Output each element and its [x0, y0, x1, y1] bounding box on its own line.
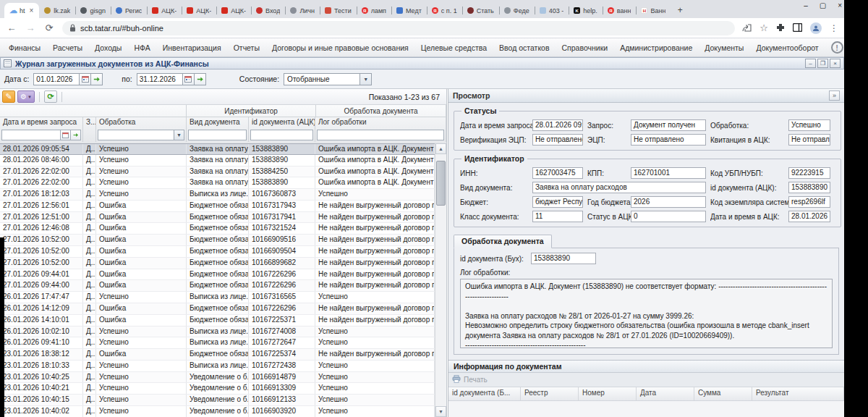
collapse-panel-icon[interactable]: » — [829, 90, 840, 101]
grid-scrollbar[interactable]: ▲ ▼ — [435, 143, 446, 417]
settings-gear-icon[interactable]: ⚙▼ — [17, 90, 35, 103]
print-button[interactable]: Печать — [452, 375, 488, 384]
address-bar[interactable]: scb.tatar.ru/#buh-online — [62, 21, 735, 35]
table-row[interactable]: 27.01.2026 22:02:00Д...УспешноЗаявка на … — [0, 177, 435, 189]
menu-item-7[interactable]: Целевые средства — [421, 43, 487, 52]
browser-tab-5[interactable]: АЦК- — [182, 3, 216, 18]
browser-tab-10[interactable]: Яламп — [357, 3, 391, 18]
table-row[interactable]: 23.01.2026 10:40:25Д...УспешноУведомлени… — [0, 372, 435, 384]
log-filter-input[interactable] — [317, 130, 444, 140]
back-icon[interactable]: ← — [6, 22, 17, 33]
menu-item-3[interactable]: НФА — [134, 43, 150, 52]
close-window-icon[interactable]: × — [838, 1, 842, 9]
browser-tab-1[interactable]: lk.zak — [39, 3, 75, 18]
browser-tab-14[interactable]: Феде — [499, 3, 535, 18]
table-row[interactable]: 27.01.2026 12:51:00Д...ОшибкаБюджетное о… — [0, 212, 435, 224]
menu-item-2[interactable]: Доходы — [95, 43, 122, 52]
table-row[interactable]: 27.01.2026 10:52:00Д...ОшибкаБюджетное о… — [0, 246, 435, 258]
browser-tab-2[interactable]: gisgn — [75, 3, 111, 18]
bookmark-star-icon[interactable]: ☆ — [760, 22, 768, 33]
doc-info-column-0[interactable]: id документа (Б... — [448, 387, 521, 400]
status-field-value[interactable]: 28.01.2026 09: — [532, 119, 583, 131]
doc-info-column-4[interactable]: Сумма — [694, 387, 752, 400]
browser-tab-9[interactable]: Тести — [320, 3, 357, 18]
table-row[interactable]: 27.01.2026 22:02:00Д...УспешноЗаявка на … — [0, 167, 435, 178]
table-row[interactable]: 26.01.2026 14:12:09Д...ОшибкаБюджетное о… — [0, 303, 435, 315]
browser-tab-8[interactable]: Личн — [285, 3, 320, 18]
menu-item-1[interactable]: Расчеты — [53, 43, 82, 52]
identifier-field-value[interactable]: бюджет Респуб — [532, 196, 583, 208]
edit-pencil-icon[interactable]: ✎ — [2, 90, 15, 103]
extensions-puzzle-icon[interactable] — [776, 22, 785, 35]
status-field-value[interactable]: Документ получен — [631, 119, 706, 131]
processing-filter-select[interactable]: ▼ — [98, 130, 184, 140]
browser-tab-15[interactable]: 403 - — [535, 3, 569, 18]
table-row[interactable]: 23.01.2026 18:10:33Д...УспешноВыписка из… — [0, 361, 435, 372]
column-header-doc-type[interactable]: Вид документа — [187, 117, 249, 128]
scroll-down-icon[interactable]: ▼ — [435, 406, 446, 417]
browser-tab-0[interactable]: ☁ht× — [4, 3, 39, 18]
minimize-window-icon[interactable]: – — [804, 1, 808, 9]
status-field-value[interactable]: Успешно — [788, 119, 830, 131]
table-row[interactable]: 23.01.2026 10:40:21Д...УспешноУведомлени… — [0, 383, 435, 395]
date-to-input[interactable] — [137, 73, 183, 85]
scrollbar-thumb[interactable] — [436, 161, 446, 206]
menu-item-10[interactable]: Администрирование — [620, 43, 692, 52]
new-tab-button[interactable]: + — [673, 4, 686, 17]
refresh-icon[interactable]: ⟳ — [44, 90, 57, 103]
apply-date-icon[interactable] — [71, 130, 81, 140]
doc-info-column-3[interactable]: Дата — [637, 387, 694, 400]
table-row[interactable]: 28.01.2026 08:46:00Д...УспешноЗаявка на … — [0, 155, 435, 167]
browser-tab-12[interactable]: Яс п. 1 — [427, 3, 462, 18]
doc-info-column-1[interactable]: Реестр — [521, 387, 579, 400]
share-icon[interactable] — [742, 22, 752, 35]
table-row[interactable]: 27.01.2026 12:46:08Д...ОшибкаБюджетное о… — [0, 223, 435, 235]
panel-minimize-icon[interactable]: – — [805, 59, 816, 68]
log-text[interactable]: Ошибка импорта в АЦК. Документ (15388389… — [460, 279, 833, 348]
browser-tab-18[interactable]: НВанн — [636, 3, 671, 18]
identifier-field-value[interactable]: 11 — [532, 211, 583, 222]
sidebar-icon[interactable] — [793, 22, 802, 35]
menu-item-4[interactable]: Инвентаризация — [163, 43, 221, 52]
status-field-value[interactable]: Не отправл — [788, 134, 830, 146]
identifier-field-value[interactable]: 92223915 — [788, 167, 830, 179]
doc-id-filter-input[interactable] — [250, 130, 313, 140]
menu-item-0[interactable]: Финансы — [9, 43, 41, 52]
doc-info-column-5[interactable]: Результат — [752, 387, 844, 400]
table-row[interactable]: 26.01.2026 09:41:10Д...УспешноВыписка из… — [0, 337, 435, 349]
calendar-icon[interactable] — [183, 73, 195, 85]
date-from-input[interactable] — [33, 73, 80, 85]
table-row[interactable]: 27.01.2026 09:44:01Д...ОшибкаБюджетное о… — [0, 269, 435, 281]
exclamation-icon[interactable]: ! — [831, 41, 843, 54]
identifier-field-value[interactable]: resp2696lf — [788, 196, 830, 208]
menu-item-8[interactable]: Ввод остатков — [499, 43, 549, 52]
apply-date-icon[interactable] — [91, 73, 103, 85]
reload-icon[interactable]: ⟳ — [43, 22, 55, 33]
identifier-field-value[interactable]: 0 — [631, 211, 706, 222]
forward-icon[interactable]: → — [25, 22, 36, 33]
doc-id-buh-value[interactable]: 153883890 — [531, 253, 596, 264]
doc-info-column-2[interactable]: Номер — [579, 387, 637, 400]
menu-item-12[interactable]: Документооборот — [756, 43, 818, 52]
identifier-field-value[interactable]: Заявка на оплату расходов — [532, 182, 706, 193]
column-header-processing[interactable]: Обработка — [96, 117, 187, 128]
identifier-field-value[interactable]: 28.01.2026 — [788, 211, 830, 222]
browser-tab-16[interactable]: Khelp. — [569, 3, 603, 18]
table-row[interactable]: 23.01.2026 10:40:02Д...УспешноУведомлени… — [0, 406, 435, 417]
browser-tab-13[interactable]: Стать — [462, 3, 499, 18]
maximize-window-icon[interactable]: ▢ — [820, 1, 826, 9]
browser-tab-6[interactable]: АЦК- — [216, 3, 251, 18]
panel-restore-icon[interactable]: ❐ — [817, 59, 828, 68]
panel-close-icon[interactable]: × — [830, 59, 841, 68]
column-header-date[interactable]: Дата и время запроса — [0, 117, 83, 128]
scroll-up-icon[interactable]: ▲ — [435, 143, 446, 154]
menu-item-9[interactable]: Справочники — [562, 43, 608, 52]
column-header-z[interactable]: З... — [83, 117, 96, 128]
identifier-field-value[interactable]: 2026 — [631, 196, 706, 208]
status-field-value[interactable]: Не отправлено — [631, 134, 706, 146]
doc-type-filter-input[interactable] — [188, 130, 247, 140]
close-tab-icon[interactable]: × — [30, 7, 34, 14]
table-row[interactable]: 27.01.2026 10:52:00Д...ОшибкаБюджетное о… — [0, 235, 435, 246]
table-row[interactable]: 27.01.2026 12:56:01Д...ОшибкаБюджетное о… — [0, 201, 435, 212]
table-row[interactable]: 26.01.2026 10:02:10Д...УспешноВыписка из… — [0, 327, 435, 338]
